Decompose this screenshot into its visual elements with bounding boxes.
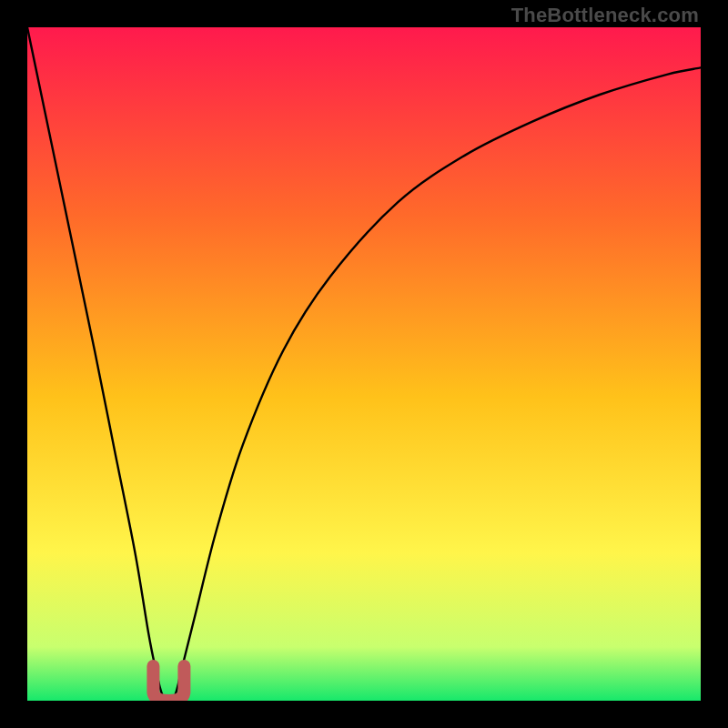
curve-layer xyxy=(27,27,701,701)
watermark-label: TheBottleneck.com xyxy=(511,4,699,27)
dip-marker-path xyxy=(153,666,184,701)
bottleneck-curve-path xyxy=(27,27,701,701)
plot-area xyxy=(27,27,701,701)
chart-frame: TheBottleneck.com xyxy=(0,0,728,728)
